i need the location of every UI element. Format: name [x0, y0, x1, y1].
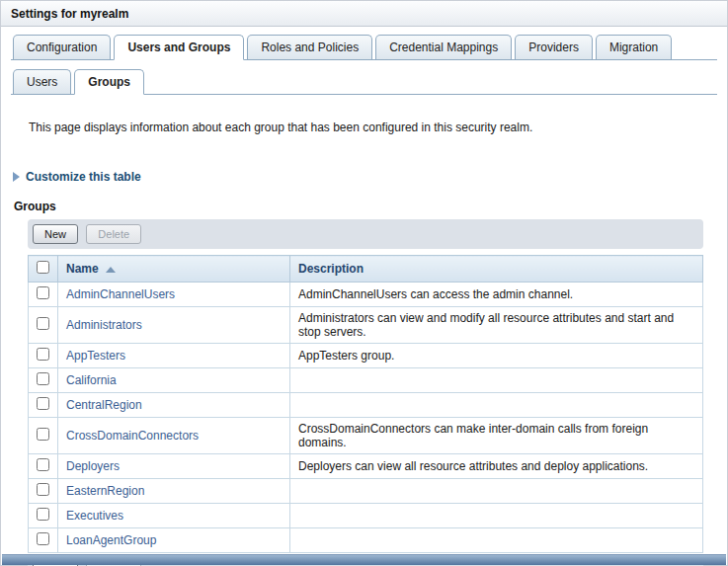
group-name-link[interactable]: Deployers — [66, 459, 120, 473]
row-checkbox[interactable] — [37, 397, 49, 410]
bottom-accent-bar — [2, 554, 726, 565]
delete-button-top[interactable]: Delete — [86, 224, 141, 244]
table-row: EasternRegion — [29, 479, 703, 504]
row-checkbox[interactable] — [37, 372, 49, 385]
tab-providers[interactable]: Providers — [515, 35, 593, 59]
group-description: CrossDomainConnectors can make inter-dom… — [290, 418, 703, 454]
page-description: This page displays information about eac… — [29, 121, 717, 134]
table-toolbar-top: New Delete — [28, 219, 703, 249]
table-row: California — [29, 368, 703, 393]
group-description: AdminChannelUsers can access the admin c… — [290, 283, 703, 307]
group-description: Deployers can view all resource attribut… — [290, 454, 703, 479]
table-row: Administrators Administrators can view a… — [29, 307, 703, 344]
group-name-link[interactable]: AppTesters — [66, 349, 125, 363]
row-checkbox[interactable] — [37, 483, 49, 496]
groups-table-area: New Delete Name Description — [28, 219, 703, 566]
group-description — [290, 368, 703, 393]
tab-credential-mappings[interactable]: Credential Mappings — [375, 35, 512, 59]
row-checkbox[interactable] — [37, 348, 49, 361]
customize-table-link[interactable]: Customize this table — [26, 170, 141, 184]
group-name-link[interactable]: Executives — [66, 509, 123, 523]
table-row: CrossDomainConnectors CrossDomainConnect… — [29, 418, 703, 454]
tab-configuration[interactable]: Configuration — [13, 35, 111, 59]
row-checkbox[interactable] — [37, 317, 49, 330]
row-checkbox[interactable] — [37, 458, 49, 471]
table-row: LoanAgentGroup — [29, 528, 703, 553]
tab-users-and-groups[interactable]: Users and Groups — [114, 35, 244, 60]
description-column-header: Description — [290, 256, 703, 283]
subtab-users[interactable]: Users — [13, 69, 71, 94]
subtab-groups[interactable]: Groups — [74, 69, 144, 95]
name-column-header[interactable]: Name — [58, 256, 290, 283]
customize-table-control[interactable]: Customize this table — [13, 170, 717, 184]
group-name-link[interactable]: AdminChannelUsers — [66, 287, 175, 301]
row-checkbox[interactable] — [37, 532, 49, 545]
table-header-row: Name Description — [29, 256, 703, 283]
expand-arrow-icon — [13, 172, 20, 182]
table-row: CentralRegion — [29, 393, 703, 418]
tab-roles-and-policies[interactable]: Roles and Policies — [247, 35, 372, 59]
group-name-link[interactable]: EasternRegion — [66, 484, 144, 498]
sort-ascending-icon — [106, 267, 116, 273]
select-all-header-cell — [29, 256, 58, 283]
table-row: AppTesters AppTesters group. — [29, 344, 703, 368]
new-button-top[interactable]: New — [33, 224, 78, 244]
select-all-checkbox[interactable] — [37, 261, 49, 274]
tab-migration[interactable]: Migration — [596, 35, 672, 59]
group-description — [290, 504, 703, 528]
page-title: Settings for myrealm — [1, 1, 727, 27]
group-name-link[interactable]: CrossDomainConnectors — [66, 429, 199, 443]
group-name-link[interactable]: CentralRegion — [66, 398, 142, 412]
group-name-link[interactable]: Administrators — [66, 318, 142, 332]
table-row: Executives — [29, 504, 703, 528]
table-row: AdminChannelUsers AdminChannelUsers can … — [29, 283, 703, 307]
settings-window: Settings for myrealm Configuration Users… — [0, 0, 728, 566]
groups-table: Name Description AdminChannelUsers Admin… — [28, 255, 703, 553]
group-name-link[interactable]: California — [66, 373, 117, 387]
group-description — [290, 393, 703, 418]
row-checkbox[interactable] — [37, 286, 49, 299]
group-description: AppTesters group. — [290, 344, 703, 368]
row-checkbox[interactable] — [37, 428, 49, 441]
group-name-link[interactable]: LoanAgentGroup — [66, 533, 156, 547]
group-description: Administrators can view and modify all r… — [290, 307, 703, 344]
group-description — [290, 479, 703, 504]
main-tab-bar: Configuration Users and Groups Roles and… — [11, 35, 717, 60]
groups-section-title: Groups — [14, 200, 717, 213]
group-description — [290, 528, 703, 553]
row-checkbox[interactable] — [37, 508, 49, 521]
sub-tab-bar: Users Groups — [11, 69, 717, 95]
table-row: Deployers Deployers can view all resourc… — [29, 454, 703, 479]
